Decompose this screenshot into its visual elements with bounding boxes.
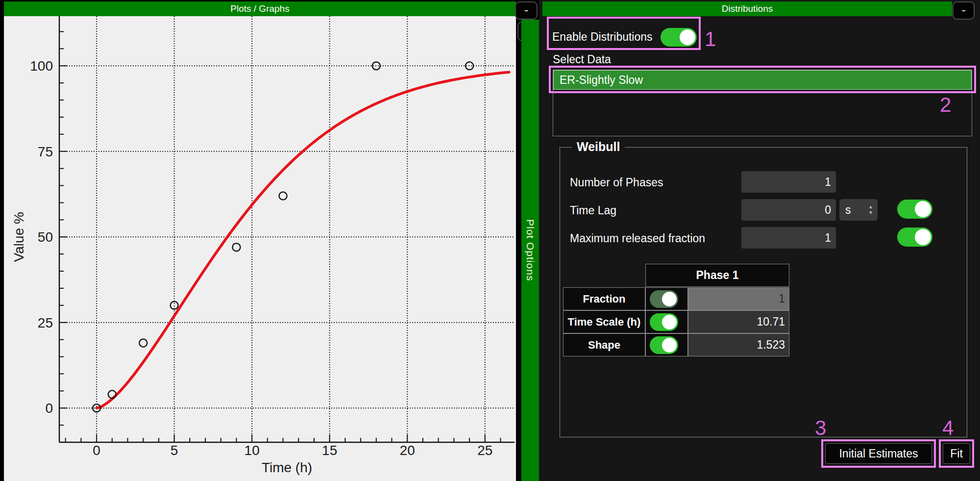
time-lag-toggle[interactable]: [897, 200, 932, 219]
enable-distributions-label: Enable Distributions: [552, 30, 653, 44]
select-data-label: Select Data: [553, 53, 611, 66]
svg-text:25: 25: [477, 443, 492, 458]
svg-text:15: 15: [322, 443, 337, 458]
plot-options-tab[interactable]: Plot Options: [521, 20, 539, 481]
minus-icon: -: [961, 2, 966, 17]
annotation-number-3: 3: [815, 416, 826, 440]
time-scale-row-label: Time Scale (h): [563, 310, 645, 333]
svg-text:75: 75: [38, 144, 53, 159]
svg-text:0: 0: [45, 401, 53, 416]
spinner-up-icon[interactable]: [868, 204, 873, 209]
time-lag-unit-spinner[interactable]: s: [839, 199, 878, 221]
max-released-fraction-input[interactable]: 1: [741, 227, 836, 249]
svg-text:0: 0: [93, 443, 100, 458]
time-scale-value-cell[interactable]: 10.71: [688, 310, 789, 333]
shape-toggle-cell: [645, 333, 688, 356]
max-released-fraction-label: Maximum released fraction: [570, 232, 705, 245]
svg-text:100: 100: [30, 58, 53, 74]
number-of-phases-label: Number of Phases: [570, 176, 663, 189]
plot-canvas[interactable]: 05101520250255075100Time (h)Value %: [4, 16, 516, 481]
data-list-item-selected[interactable]: ER-Slightly Slow: [553, 70, 972, 90]
phase-column-header: Phase 1: [645, 264, 789, 287]
svg-text:Time (h): Time (h): [262, 460, 312, 475]
plot-options-tab-label: Plot Options: [524, 219, 536, 281]
svg-text:20: 20: [400, 443, 415, 458]
distributions-titlebar: Distributions: [542, 1, 952, 16]
time-lag-label: Time Lag: [570, 204, 616, 217]
annotation-number-1: 1: [705, 27, 716, 51]
fit-button[interactable]: Fit: [943, 443, 970, 464]
max-released-fraction-toggle[interactable]: [897, 228, 932, 247]
shape-row-label: Shape: [563, 333, 645, 356]
svg-text:25: 25: [38, 315, 53, 330]
initial-estimates-button[interactable]: Initial Estimates: [825, 443, 932, 464]
plots-panel-title: Plots / Graphs: [230, 3, 289, 14]
svg-text:10: 10: [245, 443, 260, 458]
annotation-number-4: 4: [942, 416, 954, 440]
svg-text:5: 5: [171, 443, 178, 458]
number-of-phases-input[interactable]: 1: [741, 171, 836, 193]
minus-icon: -: [524, 2, 529, 17]
svg-text:Value %: Value %: [11, 212, 26, 262]
data-list-item-label: ER-Slightly Slow: [560, 74, 643, 86]
fraction-toggle-cell: [645, 287, 688, 310]
data-list[interactable]: ER-Slightly Slow: [553, 70, 972, 136]
dissolution-plot: 05101520250255075100Time (h)Value %: [4, 16, 516, 481]
time-lag-unit: s: [845, 203, 851, 216]
shape-fit-toggle[interactable]: [650, 336, 678, 354]
shape-value-cell[interactable]: 1.523: [688, 333, 789, 356]
time-lag-input[interactable]: 0: [741, 199, 836, 221]
svg-text:50: 50: [38, 229, 53, 245]
annotation-number-2: 2: [940, 93, 951, 117]
time-scale-toggle-cell: [645, 310, 688, 333]
weibull-groupbox: Weibull Number of Phases 1 Time Lag 0 s …: [560, 147, 967, 437]
collapse-plots-button[interactable]: -: [515, 1, 538, 20]
fraction-value-cell[interactable]: 1: [688, 287, 789, 310]
fraction-fit-toggle[interactable]: [650, 290, 678, 308]
fraction-row-label: Fraction: [563, 287, 645, 310]
distributions-title: Distributions: [722, 3, 773, 14]
enable-distributions-toggle[interactable]: [661, 28, 697, 47]
collapse-distributions-button[interactable]: -: [953, 1, 975, 20]
weibull-legend: Weibull: [572, 140, 625, 154]
plots-panel-titlebar: Plots / Graphs: [4, 1, 516, 16]
spinner-down-icon[interactable]: [868, 210, 873, 215]
time-scale-fit-toggle[interactable]: [650, 313, 678, 331]
app-window: Plots / Graphs 05101520250255075100Time …: [0, 0, 980, 481]
